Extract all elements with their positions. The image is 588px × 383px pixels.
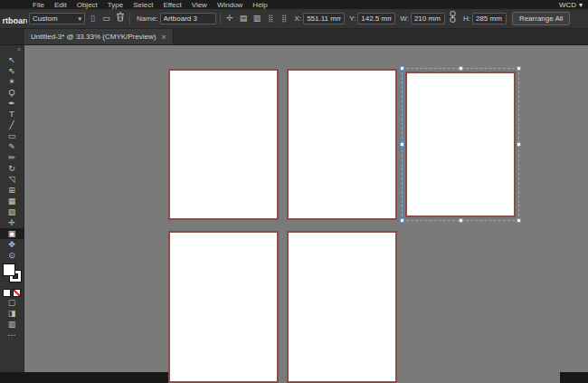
bottom-bar-right — [560, 372, 588, 383]
menu-bar: File Edit Object Type Select Effect View… — [0, 0, 588, 9]
edit-toolbar-icon[interactable]: ⋯ — [0, 330, 24, 340]
preset-dropdown[interactable]: Custom ▾ — [29, 13, 85, 24]
selection-handle-se[interactable] — [517, 218, 521, 223]
artboard-presets-button[interactable]: ▥ — [251, 13, 263, 24]
artboard-name-input[interactable] — [160, 13, 216, 24]
menu-edit[interactable]: Edit — [54, 0, 67, 9]
paintbrush-tool[interactable]: ✎ — [0, 141, 24, 152]
chevron-down-icon: ▾ — [579, 0, 583, 9]
separator — [220, 13, 221, 25]
selection-marquee — [402, 68, 519, 221]
pen-tool[interactable]: ✒ — [0, 98, 24, 109]
selection-handle-ne[interactable] — [517, 66, 521, 71]
tools-panel: » ↖ ⇖ ✶ Ϙ ✒ T ╱ ▭ ✎ ✏ ↻ ◹ ⊞ ▦ ▧ ✛ ▣ ✥ ⊙ … — [0, 45, 24, 383]
pencil-tool[interactable]: ✏ — [0, 152, 24, 163]
selection-handle-nw[interactable] — [400, 66, 404, 71]
tab-bar: Untitled-3* @ 33.33% (CMYK/Preview) × — [0, 29, 588, 45]
menu-window[interactable]: Window — [217, 0, 242, 9]
y-label: Y: — [349, 14, 356, 23]
menu-type[interactable]: Type — [108, 0, 123, 9]
menu-effect[interactable]: Effect — [163, 0, 181, 9]
artboard-4[interactable] — [168, 231, 279, 383]
zoom-tool[interactable]: ⊙ — [0, 250, 24, 261]
reference-point-grid-icon[interactable]: ⣿ — [265, 13, 277, 24]
close-tab-icon[interactable]: × — [161, 33, 166, 42]
link-icon — [449, 11, 457, 23]
collapse-toolbar-button[interactable]: » — [0, 45, 24, 54]
scale-tool[interactable]: ◹ — [0, 174, 24, 185]
artboard-1[interactable] — [168, 69, 279, 220]
rearrange-all-button[interactable]: Rearrange All — [512, 12, 570, 25]
artboard-5[interactable] — [287, 231, 397, 383]
panel-label: Artboard — [3, 11, 27, 27]
color-mode-buttons — [3, 289, 21, 297]
shape-builder-tool[interactable]: ⊞ — [0, 185, 24, 196]
artboard-options-button[interactable]: ▤ — [238, 13, 250, 24]
magic-wand-tool[interactable]: ✶ — [0, 76, 24, 87]
portrait-orientation-button[interactable]: ▯ — [87, 13, 99, 24]
rectangle-tool[interactable]: ▭ — [0, 130, 24, 141]
none-button[interactable] — [13, 289, 21, 297]
preset-value: Custom — [33, 14, 58, 23]
document-tab-title: Untitled-3* @ 33.33% (CMYK/Preview) — [31, 33, 156, 41]
artboard-tool[interactable]: ▣ — [0, 228, 24, 239]
mesh-tool[interactable]: ▦ — [0, 196, 24, 206]
menu-view[interactable]: View — [192, 0, 207, 9]
menu-object[interactable]: Object — [77, 0, 98, 9]
link-dimensions-button[interactable] — [447, 11, 459, 26]
artboard-2[interactable] — [287, 69, 397, 220]
x-input[interactable] — [303, 13, 345, 24]
selection-handle-sw[interactable] — [400, 218, 404, 223]
selection-handle-s[interactable] — [459, 218, 463, 223]
menu-help[interactable]: Help — [252, 0, 267, 9]
document-tab[interactable]: Untitled-3* @ 33.33% (CMYK/Preview) × — [24, 29, 174, 44]
selection-handle-n[interactable] — [459, 66, 463, 71]
w-input[interactable] — [411, 13, 445, 24]
type-tool[interactable]: T — [0, 109, 24, 120]
menu-file[interactable]: File — [33, 0, 44, 9]
lasso-tool[interactable]: Ϙ — [0, 87, 24, 98]
color-button[interactable] — [3, 289, 11, 297]
y-input[interactable] — [357, 13, 395, 24]
selection-handle-e[interactable] — [517, 142, 521, 147]
draw-behind-mode-icon[interactable]: ◨ — [0, 308, 24, 319]
draw-normal-mode-icon[interactable]: ▢ — [0, 297, 24, 308]
control-bar: Artboard Custom ▾ ▯ ▭ Name: ✛ ▤ ▥ ⣿ ⣿ X:… — [0, 9, 588, 29]
selection-tool[interactable]: ↖ — [0, 54, 24, 65]
rearrange-grid-icon[interactable]: ⣿ — [279, 13, 290, 24]
hand-tool[interactable]: ✥ — [0, 239, 24, 250]
landscape-orientation-button[interactable]: ▭ — [100, 13, 112, 24]
separator — [129, 13, 130, 25]
x-label: X: — [295, 14, 302, 23]
rotate-tool[interactable]: ↻ — [0, 163, 24, 174]
trash-icon — [116, 12, 125, 22]
w-label: W: — [400, 14, 409, 23]
fill-color-swatch[interactable] — [3, 263, 15, 276]
chevron-down-icon: ▾ — [78, 15, 81, 23]
h-label: H: — [463, 14, 470, 23]
bottom-bar-left — [0, 372, 168, 383]
workspace-label: WCD — [559, 0, 576, 9]
screen-mode-icon[interactable]: ▥ — [0, 319, 24, 330]
gradient-tool[interactable]: ▧ — [0, 206, 24, 217]
direct-selection-tool[interactable]: ⇖ — [0, 65, 24, 76]
h-input[interactable] — [472, 13, 507, 24]
delete-artboard-button[interactable] — [114, 12, 126, 25]
fill-stroke-swatches — [0, 263, 24, 285]
move-artwork-toggle[interactable]: ✛ — [224, 13, 236, 24]
menu-select[interactable]: Select — [133, 0, 153, 9]
name-label: Name: — [137, 14, 158, 23]
line-segment-tool[interactable]: ╱ — [0, 120, 24, 130]
eyedropper-tool[interactable]: ✛ — [0, 217, 24, 228]
selection-handle-w[interactable] — [400, 142, 404, 147]
workspace-switcher[interactable]: WCD ▾ — [559, 0, 583, 9]
